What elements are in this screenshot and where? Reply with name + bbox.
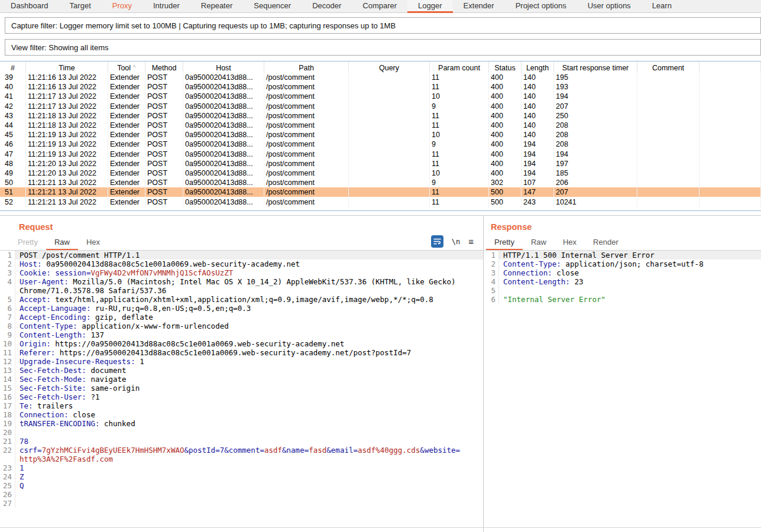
horizontal-splitter[interactable] xyxy=(0,211,761,216)
line-content: csrf=7gYzhMCiFvi4gBEyUEEk7HmHSHM7xWAO&po… xyxy=(15,446,483,455)
cell-path: /post/comment xyxy=(264,168,349,178)
menu-tab-intruder[interactable]: Intruder xyxy=(143,0,190,13)
menu-tab-learn[interactable]: Learn xyxy=(642,0,682,13)
log-row-44[interactable]: 4411:21:18 13 Jul 2022ExtenderPOST0a9500… xyxy=(0,121,761,130)
cell-status: 400 xyxy=(489,168,522,178)
cell-time: 11:21:21 13 Jul 2022 xyxy=(26,197,108,206)
column-header-length[interactable]: Length xyxy=(522,61,554,74)
cell-query xyxy=(349,207,430,209)
menu-tab-repeater[interactable]: Repeater xyxy=(190,0,243,13)
menu-tab-proxy[interactable]: Proxy xyxy=(102,0,143,13)
cell-length: 147 xyxy=(522,187,554,197)
line-content: User-Agent: Mozilla/5.0 (Macintosh; Inte… xyxy=(15,277,483,286)
column-header-start-response-timer[interactable]: Start response timer xyxy=(554,61,637,74)
column-header-label: Method xyxy=(152,64,177,72)
cell-query xyxy=(349,82,430,92)
cell-query xyxy=(349,140,430,149)
cell-param-count: 10 xyxy=(430,92,489,101)
response-tab-raw[interactable]: Raw xyxy=(523,235,555,250)
view-filter-bar[interactable]: View filter: Showing all items xyxy=(5,39,761,56)
response-editor[interactable]: 1HTTP/1.1 500 Internal Server Error2Cont… xyxy=(484,250,761,528)
log-row-45[interactable]: 4511:21:19 13 Jul 2022ExtenderPOST0a9500… xyxy=(0,130,761,140)
cell-tool: Extender xyxy=(108,102,145,111)
cell-tool: Extender xyxy=(108,150,145,159)
log-row-42[interactable]: 4211:21:17 13 Jul 2022ExtenderPOST0a9500… xyxy=(0,102,761,111)
cell-length: 140 xyxy=(522,111,554,121)
response-tab-pretty[interactable]: Pretty xyxy=(486,235,523,250)
response-tab-render[interactable]: Render xyxy=(585,235,627,250)
request-tab-pretty[interactable]: Pretty xyxy=(9,235,46,250)
log-row-41[interactable]: 4111:21:17 13 Jul 2022ExtenderPOST0a9500… xyxy=(0,92,761,101)
log-row-47[interactable]: 4711:21:19 13 Jul 2022ExtenderPOST0a9500… xyxy=(0,150,761,159)
menu-tab-target[interactable]: Target xyxy=(59,0,102,13)
line-content: "Internal Server Error" xyxy=(499,295,761,304)
show-newlines-icon[interactable]: \n xyxy=(452,238,460,246)
column-header-tool[interactable]: Tool^ xyxy=(108,61,145,74)
column-header-status[interactable]: Status xyxy=(489,61,522,74)
cell-start-response-timer: 194 xyxy=(554,92,637,101)
cell-method: POST xyxy=(145,159,183,168)
response-tab-hex[interactable]: Hex xyxy=(555,235,585,250)
request-line-17: 17Te: trailers xyxy=(0,401,483,410)
log-row-46[interactable]: 4611:21:19 13 Jul 2022ExtenderPOST0a9500… xyxy=(0,140,761,149)
capture-filter-bar[interactable]: Capture filter: Logger memory limit set … xyxy=(5,17,761,34)
line-content: Te: trailers xyxy=(15,401,483,410)
column-header-host[interactable]: Host xyxy=(183,61,264,74)
log-row-52[interactable]: 5211:21:21 13 Jul 2022ExtenderPOST0a9500… xyxy=(0,197,761,206)
request-panel-title: Request xyxy=(0,216,483,235)
cell-status: 400 xyxy=(489,82,522,92)
column-header-label: # xyxy=(11,64,15,72)
response-panel-title: Response xyxy=(484,216,761,235)
column-header-method[interactable]: Method xyxy=(145,61,183,74)
column-header-path[interactable]: Path xyxy=(264,61,349,74)
request-editor[interactable]: 1POST /post/comment HTTP/1.12Host: 0a950… xyxy=(0,250,483,528)
menu-tab-comparer[interactable]: Comparer xyxy=(352,0,407,13)
column-header-param-count[interactable]: Param count xyxy=(430,61,489,74)
menu-tab-sequencer[interactable]: Sequencer xyxy=(243,0,302,13)
column-header-label: Length xyxy=(526,64,549,72)
cell-start-response-timer: 185 xyxy=(554,168,637,178)
cell-status: 302 xyxy=(489,178,522,187)
line-number: 17 xyxy=(0,401,15,410)
cell-path: /post/comment xyxy=(264,207,349,209)
menu-tab-dashboard[interactable]: Dashboard xyxy=(0,0,59,13)
cell-param-count: 11 xyxy=(430,73,489,82)
request-tab-raw[interactable]: Raw xyxy=(46,235,78,250)
log-row-43[interactable]: 4311:21:18 13 Jul 2022ExtenderPOST0a9500… xyxy=(0,111,761,121)
menu-tab-decoder[interactable]: Decoder xyxy=(302,0,352,13)
editor-menu-icon[interactable]: ≡ xyxy=(468,236,474,246)
log-row-50[interactable]: 5011:21:21 13 Jul 2022ExtenderPOST0a9500… xyxy=(0,178,761,187)
request-line-wrap: http%3A%2F%2Fasdf.com xyxy=(0,455,483,463)
cell-host: 0a9500020413d88... xyxy=(183,168,264,178)
log-row-53[interactable]: 5311:21:22 13 Jul 2022ExtenderPOST0a9500… xyxy=(0,207,761,209)
request-tab-hex[interactable]: Hex xyxy=(78,235,108,250)
cell-host: 0a9500020413d88... xyxy=(183,102,264,111)
log-row-48[interactable]: 4811:21:20 13 Jul 2022ExtenderPOST0a9500… xyxy=(0,159,761,168)
cell-status: 500 xyxy=(489,187,522,197)
cell-param-count: 9 xyxy=(430,102,489,111)
column-header-query[interactable]: Query xyxy=(349,61,430,74)
menu-tab-project-options[interactable]: Project options xyxy=(505,0,577,13)
cell-host: 0a9500020413d88... xyxy=(183,197,264,206)
line-number: 1 xyxy=(484,251,499,259)
line-content: Content-Length: 137 xyxy=(15,330,483,339)
column-header-time[interactable]: Time xyxy=(26,61,108,74)
log-row-40[interactable]: 4011:21:16 13 Jul 2022ExtenderPOST0a9500… xyxy=(0,82,761,92)
menu-tab-logger[interactable]: Logger xyxy=(407,0,452,13)
log-row-51[interactable]: 5111:21:21 13 Jul 2022ExtenderPOST0a9500… xyxy=(0,187,761,197)
line-content: http%3A%2F%2Fasdf.com xyxy=(15,455,483,463)
word-wrap-icon[interactable] xyxy=(431,235,443,248)
log-row-39[interactable]: 3911:21:16 13 Jul 2022ExtenderPOST0a9500… xyxy=(0,73,761,82)
column-header--[interactable]: # xyxy=(0,61,26,74)
menu-tab-user-options[interactable]: User options xyxy=(577,0,642,13)
cell-param-count: 10 xyxy=(430,168,489,178)
cell-filler xyxy=(700,187,761,197)
column-header-comment[interactable]: Comment xyxy=(637,61,700,74)
menu-tab-extender[interactable]: Extender xyxy=(453,0,505,13)
sort-asc-icon: ^ xyxy=(133,64,136,71)
line-content xyxy=(15,499,483,508)
cell-comment xyxy=(637,92,700,101)
cell-tool: Extender xyxy=(108,130,145,140)
log-row-49[interactable]: 4911:21:20 13 Jul 2022ExtenderPOST0a9500… xyxy=(0,168,761,178)
line-number: 19 xyxy=(0,419,15,428)
